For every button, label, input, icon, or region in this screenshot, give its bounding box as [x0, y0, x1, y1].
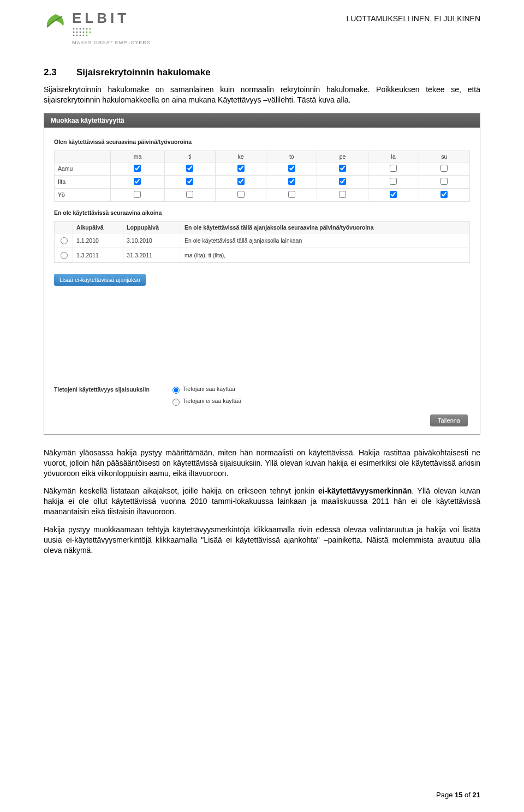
availability-checkbox[interactable] — [237, 165, 245, 172]
svg-point-14 — [90, 32, 91, 33]
svg-point-10 — [76, 35, 78, 36]
availability-checkbox[interactable] — [186, 178, 193, 185]
day-header: to — [266, 151, 317, 162]
table-row: Ilta — [55, 175, 470, 188]
availability-checkbox[interactable] — [237, 191, 245, 198]
add-unavailable-button[interactable]: Lisää ei-käytettävissä ajanjakso — [54, 274, 146, 286]
availability-checkbox[interactable] — [440, 165, 448, 172]
availability-checkbox[interactable] — [339, 178, 346, 185]
availability-checkbox[interactable] — [134, 178, 141, 185]
svg-point-9 — [73, 35, 75, 36]
row-label: Aamu — [55, 162, 111, 175]
availability-checkbox[interactable] — [440, 191, 448, 198]
paragraph-middle: Näkymän keskellä listataan aikajaksot, j… — [44, 486, 480, 517]
availability-title: Olen käytettävissä seuraavina päivinä/ty… — [54, 139, 470, 145]
availability-checkbox[interactable] — [134, 165, 141, 172]
panel-title: Muokkaa käytettävyyttä — [44, 113, 480, 128]
svg-point-6 — [76, 32, 78, 33]
availability-checkbox[interactable] — [339, 165, 346, 172]
permission-radio[interactable] — [172, 387, 180, 394]
page-footer: Page 15 of 21 — [436, 791, 480, 799]
cell-end: 3.10.2010 — [123, 233, 181, 248]
cell-end: 31.3.2011 — [123, 248, 181, 262]
availability-checkbox[interactable] — [390, 178, 397, 185]
availability-checkbox[interactable] — [440, 178, 448, 185]
svg-point-11 — [80, 35, 81, 36]
screenshot-panel: Muokkaa käytettävyyttä Olen käytettäviss… — [44, 113, 480, 435]
leaf-icon — [44, 11, 68, 35]
availability-checkbox[interactable] — [186, 191, 193, 198]
row-label: Ilta — [55, 175, 111, 188]
unavailability-table: Alkupäivä Loppupäivä En ole käytettäviss… — [54, 221, 470, 263]
svg-point-12 — [90, 28, 91, 30]
confidential-label: LUOTTAMUKSELLINEN, EI JULKINEN — [346, 14, 480, 23]
availability-checkbox[interactable] — [288, 191, 295, 198]
svg-point-16 — [86, 35, 88, 36]
brand-tagline: MAKES GREAT EMPLOYERS — [72, 40, 151, 45]
row-radio[interactable] — [61, 252, 68, 259]
paragraph-top: Näkymän yläosassa hakija pystyy määrittä… — [44, 448, 480, 479]
cell-start: 1.1.2010 — [73, 233, 123, 248]
svg-point-3 — [83, 28, 85, 30]
svg-point-15 — [83, 35, 85, 36]
availability-table: ma ti ke to pe la su Aamu — [54, 151, 470, 202]
save-button[interactable]: Tallenna — [430, 414, 468, 426]
paragraph-intro: Sijaisrekrytoinnin hakulomake on samanla… — [44, 85, 480, 105]
availability-checkbox[interactable] — [288, 165, 295, 172]
svg-point-7 — [80, 32, 81, 33]
svg-point-8 — [83, 32, 85, 33]
col-note: En ole käytettävissä tällä ajanjaksolla … — [181, 221, 469, 233]
svg-point-5 — [73, 32, 75, 33]
svg-point-0 — [73, 28, 75, 30]
availability-checkbox[interactable] — [237, 178, 245, 185]
permission-radio[interactable] — [172, 399, 180, 406]
col-end: Loppupäivä — [123, 221, 181, 233]
section-title: Sijaisrekrytoinnin hakulomake — [76, 67, 211, 77]
col-start: Alkupäivä — [73, 221, 123, 233]
day-header: ke — [216, 151, 266, 162]
paragraph-bottom: Hakija pystyy muokkaamaan tehtyjä käytet… — [44, 525, 480, 556]
table-row: 1.3.2011 31.3.2011 ma (ilta), ti (ilta), — [55, 248, 470, 262]
cell-start: 1.3.2011 — [73, 248, 123, 262]
brand-logo: ELBIT MAKES GREAT EMPLOYERS — [44, 11, 151, 45]
bold-term: ei-käytettävyysmerkinnän — [318, 486, 412, 495]
day-header: ma — [111, 151, 165, 162]
availability-checkbox[interactable] — [390, 165, 397, 172]
cell-note: En ole käytettävissä tällä ajanjaksolla … — [181, 233, 469, 248]
svg-point-4 — [86, 28, 88, 30]
svg-point-1 — [76, 28, 78, 30]
table-row: Aamu — [55, 162, 470, 175]
availability-checkbox[interactable] — [339, 191, 346, 198]
unavailability-title: En ole käytettävissä seuraavina aikoina — [54, 209, 470, 216]
permission-label: Tietojeni käytettävyys sijaisuuksiin — [54, 385, 163, 393]
availability-checkbox[interactable] — [186, 165, 193, 172]
svg-point-2 — [80, 28, 81, 30]
row-radio[interactable] — [61, 237, 68, 244]
day-header: pe — [317, 151, 368, 162]
brand-name: ELBIT — [72, 11, 151, 25]
section-heading: 2.3Sijaisrekrytoinnin hakulomake — [44, 67, 480, 78]
dot-pattern-icon — [72, 27, 151, 38]
permission-option[interactable]: Tietojani ei saa käyttää — [170, 397, 241, 406]
cell-note: ma (ilta), ti (ilta), — [181, 248, 469, 262]
availability-checkbox[interactable] — [288, 178, 295, 185]
day-header: la — [368, 151, 419, 162]
section-number: 2.3 — [44, 67, 76, 78]
day-header: ti — [164, 151, 215, 162]
availability-checkbox[interactable] — [134, 191, 141, 198]
day-header: su — [419, 151, 469, 162]
availability-checkbox[interactable] — [390, 191, 397, 198]
table-row: 1.1.2010 3.10.2010 En ole käytettävissä … — [55, 233, 470, 248]
permission-option[interactable]: Tietojani saa käyttää — [170, 385, 241, 394]
row-label: Yö — [55, 188, 111, 201]
table-row: Yö — [55, 188, 470, 201]
svg-point-13 — [86, 32, 88, 33]
